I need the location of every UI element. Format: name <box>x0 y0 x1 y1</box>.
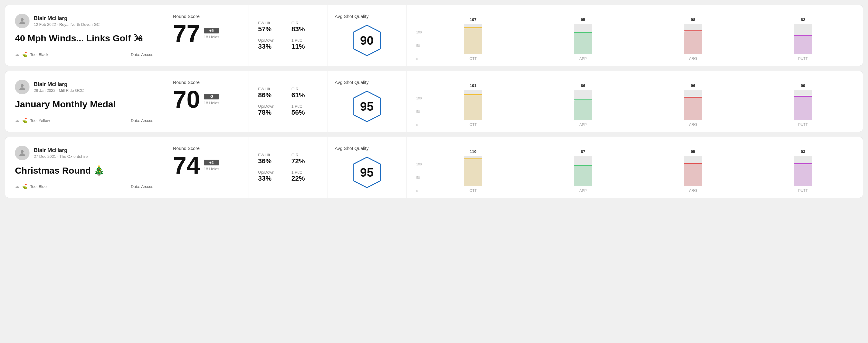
score-badge-3: +2 <box>204 160 219 165</box>
weather-icon-2: ☁ <box>15 118 20 123</box>
bar-fill-arg <box>684 98 702 120</box>
bar-marker-ott <box>464 94 482 95</box>
score-row-2: 70 -2 18 Holes <box>173 87 238 112</box>
bar-fill-ott <box>464 159 482 186</box>
oneputt-value-1: 11% <box>291 42 318 51</box>
bar-group-arg: 95 ARG <box>643 149 743 193</box>
round-title-3: Christmas Round 🎄 <box>15 165 153 176</box>
bar-group-app: 87 APP <box>533 149 633 193</box>
holes-label-1: 18 Holes <box>204 35 219 39</box>
bar-marker-ott <box>464 158 482 159</box>
bar-axis-label-putt: PUTT <box>798 57 807 61</box>
hexagon-container-1: 90 <box>335 24 399 57</box>
player-name-2: Blair McHarg <box>34 81 84 88</box>
round-score-label-1: Round Score <box>173 14 238 19</box>
updown-value-3: 33% <box>258 175 284 182</box>
updown-value-2: 78% <box>258 108 284 117</box>
bar-group-arg: 98 ARG <box>643 17 743 61</box>
tee-info-3: ☁ ⛳ Tee: Blue <box>15 184 46 189</box>
card-chart-2: 100 50 0 101 OTT 86 APP 96 <box>406 71 863 132</box>
bar-marker-putt <box>794 35 812 36</box>
stats-grid-2: FW Hit 86% GIR 61% Up/Down 78% 1 Putt 56… <box>258 87 317 117</box>
bar-fill-putt <box>794 97 812 120</box>
gir-value-3: 72% <box>291 157 318 165</box>
oneputt-value-3: 22% <box>291 175 318 182</box>
bar-fill-arg <box>684 164 702 186</box>
gir-stat-1: GIR 83% <box>291 21 318 33</box>
bar-group-ott: 101 OTT <box>423 83 523 127</box>
bar-marker-ott <box>464 27 482 28</box>
tee-icon-2: ⛳ <box>22 118 28 123</box>
hexagon-container-3: 95 <box>335 156 399 189</box>
round-score-label-2: Round Score <box>173 80 238 85</box>
bar-marker-arg <box>684 97 702 98</box>
score-badge-block-3: +2 18 Holes <box>204 160 219 171</box>
player-info-3: Blair McHarg 27 Dec 2021 · The Oxfordshi… <box>34 147 88 159</box>
tee-label-1: Tee: Black <box>30 52 48 57</box>
fw-hit-stat-3: FW Hit 36% <box>258 153 284 165</box>
tee-label-3: Tee: Blue <box>30 184 46 189</box>
bar-marker-arg <box>684 30 702 31</box>
card-footer-3: ☁ ⛳ Tee: Blue Data: Arccos <box>15 184 153 189</box>
card-stats-1: FW Hit 57% GIR 83% Up/Down 33% 1 Putt 11… <box>248 5 328 66</box>
player-header-1: Blair McHarg 12 Feb 2022 · Royal North D… <box>15 14 153 28</box>
bar-marker-putt <box>794 163 812 164</box>
tee-icon-3: ⛳ <box>22 184 28 189</box>
score-number-1: 77 <box>173 21 200 45</box>
round-card-3: Blair McHarg 27 Dec 2021 · The Oxfordshi… <box>5 137 863 198</box>
updown-stat-1: Up/Down 33% <box>258 38 284 51</box>
y-axis-50-2: 50 <box>416 110 422 114</box>
bar-group-putt: 99 PUTT <box>753 83 853 127</box>
bar-wrapper-app <box>574 24 592 54</box>
player-date-2: 29 Jan 2022 · Mill Ride GCC <box>34 88 84 93</box>
bar-value-ott: 110 <box>470 149 476 154</box>
oneputt-stat-1: 1 Putt 11% <box>291 38 318 51</box>
card-left-1: Blair McHarg 12 Feb 2022 · Royal North D… <box>5 5 163 66</box>
bar-fill-putt <box>794 164 812 186</box>
tee-info-1: ☁ ⛳ Tee: Black <box>15 52 48 57</box>
bar-axis-label-putt: PUTT <box>798 123 807 127</box>
card-middle-1: Round Score 77 +5 18 Holes <box>163 5 248 66</box>
bar-axis-label-ott: OTT <box>469 57 477 61</box>
tee-label-2: Tee: Yellow <box>30 118 50 123</box>
oneputt-label-2: 1 Putt <box>291 104 318 108</box>
fw-hit-value-1: 57% <box>258 25 284 33</box>
bar-axis-label-arg: ARG <box>689 57 697 61</box>
card-quality-1: Avg Shot Quality 90 <box>328 5 406 66</box>
score-badge-block-2: -2 18 Holes <box>204 94 219 105</box>
bar-value-arg: 96 <box>691 83 695 88</box>
weather-icon-1: ☁ <box>15 52 20 57</box>
player-info-1: Blair McHarg 12 Feb 2022 · Royal North D… <box>34 15 100 27</box>
y-axis-0-2: 0 <box>416 123 422 127</box>
fw-hit-label-1: FW Hit <box>258 21 284 25</box>
bar-value-arg: 98 <box>691 17 695 22</box>
hexagon-score-2: 95 <box>360 100 374 114</box>
chart-bars-2: 101 OTT 86 APP 96 ARG 99 <box>423 77 853 127</box>
bar-wrapper-arg <box>684 156 702 186</box>
round-score-label-3: Round Score <box>173 146 238 151</box>
tee-icon-1: ⛳ <box>22 52 28 57</box>
avatar-1 <box>15 14 30 28</box>
bar-value-putt: 99 <box>801 83 805 88</box>
chart-bars-3: 110 OTT 87 APP 95 ARG 93 <box>423 143 853 193</box>
score-row-1: 77 +5 18 Holes <box>173 21 238 45</box>
quality-label-2: Avg Shot Quality <box>335 80 399 85</box>
fw-hit-label-3: FW Hit <box>258 153 284 157</box>
holes-label-2: 18 Holes <box>204 101 219 105</box>
bar-wrapper-putt <box>794 90 812 120</box>
hexagon-score-3: 95 <box>360 166 374 179</box>
card-left-3: Blair McHarg 27 Dec 2021 · The Oxfordshi… <box>5 137 163 198</box>
bar-wrapper-app <box>574 156 592 186</box>
bar-marker-app <box>574 32 592 33</box>
player-date-3: 27 Dec 2021 · The Oxfordshire <box>34 154 88 159</box>
player-info-2: Blair McHarg 29 Jan 2022 · Mill Ride GCC <box>34 81 84 93</box>
y-axis-0-3: 0 <box>416 189 422 193</box>
score-number-3: 74 <box>173 153 200 178</box>
bar-group-app: 95 APP <box>533 17 633 61</box>
score-number-2: 70 <box>173 87 200 112</box>
bar-fill-app <box>574 166 592 186</box>
bar-axis-label-app: APP <box>580 123 587 127</box>
card-middle-3: Round Score 74 +2 18 Holes <box>163 137 248 198</box>
weather-icon-3: ☁ <box>15 184 20 189</box>
bar-wrapper-ott <box>464 90 482 120</box>
